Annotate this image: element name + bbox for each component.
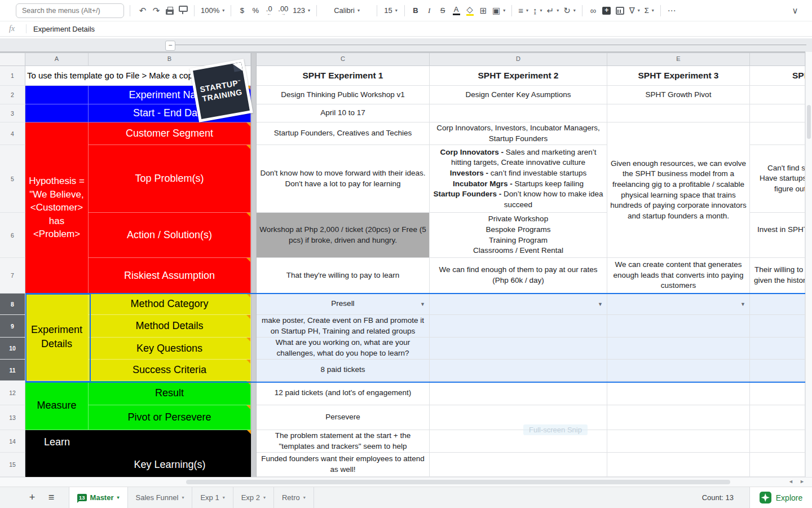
formula-input[interactable]: Experiment Details [33,25,95,33]
cell-A14[interactable]: Learn [25,430,89,477]
format-currency-button[interactable]: $ [235,3,249,18]
cell-F6[interactable]: Invest in SPHTt [750,213,805,258]
cell-C7[interactable]: That they're willing to pay to learn [257,258,430,294]
column-header-E[interactable]: E [607,52,750,66]
cell-C5[interactable]: Don't know how to move forward with thei… [257,145,430,213]
horizontal-align-button[interactable]: ≡▾ [516,3,531,18]
cell-E13[interactable] [607,405,750,430]
all-sheets-button[interactable]: ≡ [42,487,61,508]
data-validation-dropdown-icon[interactable]: ▼ [740,300,745,307]
cell-C4[interactable]: Startup Founders, Creatives and Techies [257,122,430,145]
cell-C13[interactable]: Persevere [257,405,430,430]
sheet-tab-menu-icon[interactable]: ▾ [263,495,266,500]
cell-C11[interactable]: 8 paid tickets [257,360,430,381]
cell-E10[interactable] [607,338,750,360]
cell-B6[interactable]: Action / Solution(s) [89,213,251,258]
cell-F2[interactable] [750,86,805,104]
cell-D10[interactable] [430,338,607,360]
row-header-4[interactable]: 4 [0,122,25,145]
vertical-scrollbar[interactable] [805,52,812,477]
cell-F5[interactable]: Can't find sHave startupsfigure out [750,145,805,213]
horizontal-scrollbar[interactable]: ◄ ► [0,477,812,487]
vertical-scrollbar-thumb[interactable] [807,105,811,139]
column-header-A[interactable]: A [25,52,89,66]
row-header-11[interactable]: 11 [0,360,25,381]
row-header-8[interactable]: 8 [0,294,25,315]
sheet-tab-sales-funnel[interactable]: Sales Funnel▾ [127,487,192,508]
cell-C3[interactable]: April 10 to 17 [257,104,430,122]
cell-D6[interactable]: Private WorkshopBespoke ProgramsTraining… [430,213,607,258]
bold-button[interactable]: B [409,3,422,18]
sheet-tab-exp-1[interactable]: Exp 1▾ [192,487,232,508]
cell-D4[interactable]: Corp Innovators, Investors, Incubator Ma… [430,122,607,145]
cell-E4[interactable]: Given enough resources, we can evolve th… [607,122,750,258]
scroll-right-icon[interactable]: ► [800,479,805,484]
undo-button[interactable]: ↶ [136,3,149,18]
cell-E14[interactable] [607,430,750,453]
cell-A3[interactable] [25,104,89,122]
cell-F14[interactable] [750,430,805,453]
insert-link-button[interactable]: ∞ [586,3,600,18]
paint-format-button[interactable] [176,3,190,18]
cell-C2[interactable]: Design Thinking Public Workshop v1 [257,86,430,104]
cell-E9[interactable] [607,315,750,338]
cell-B10[interactable]: Key Questions [89,338,251,360]
collapse-toolbar-button[interactable]: ∨ [786,3,804,18]
print-button[interactable] [163,3,176,18]
decrease-decimal-button[interactable]: .0← [262,3,276,18]
row-header-10[interactable]: 10 [0,338,25,360]
cell-F12[interactable] [750,381,805,405]
search-menus-input[interactable] [16,3,124,18]
count-status[interactable]: Count: 13 [702,487,734,508]
cell-E3[interactable] [607,104,750,122]
cell-B8[interactable]: Method Category [89,294,251,315]
cell-E12[interactable] [607,381,750,405]
data-validation-dropdown-icon[interactable]: ▼ [420,300,425,307]
cell-C6[interactable]: Workshop at Php 2,000 / ticket (20pcs) o… [257,213,430,258]
frozen-column-divider[interactable] [251,52,257,477]
sheet-tab-exp-2[interactable]: Exp 2▾ [233,487,273,508]
cell-D3[interactable] [430,104,607,122]
strikethrough-button[interactable]: S [436,3,449,18]
column-header-C[interactable]: C [257,52,430,66]
cell-B9[interactable]: Method Details [89,315,251,338]
cell-C9[interactable]: make poster, Create event on FB and prom… [257,315,430,338]
cell-D14[interactable] [430,430,607,453]
row-header-1[interactable]: 1 [0,66,25,86]
add-sheet-button[interactable]: + [23,487,42,508]
cell-B5[interactable]: Top Problem(s) [89,145,251,213]
cell-F1[interactable]: SPH [750,66,805,86]
cell-C15[interactable]: Funded founders want their employees to … [257,453,430,477]
number-format-button[interactable]: 123▾ [290,3,312,18]
frozen-row-divider[interactable] [0,51,805,53]
cell-C1[interactable]: SPHT Experiment 1 [257,66,430,86]
column-header-F[interactable] [750,52,805,66]
cell-D13[interactable] [430,405,607,430]
cell-D5[interactable]: Corp Innovators - Sales and marketing ar… [430,145,607,213]
row-header-9[interactable]: 9 [0,315,25,338]
row-header-5[interactable]: 5 [0,145,25,213]
row-header-13[interactable]: 13 [0,405,25,430]
zoom-button[interactable]: 100%▾ [198,3,227,18]
row-header-6[interactable]: 6 [0,213,25,258]
cell-B7[interactable]: Riskiest Assumption [89,258,251,294]
cell-B11[interactable]: Success Criteria [89,360,251,381]
row-header-14[interactable]: 14 [0,430,25,453]
cell-D2[interactable]: Design Center Key Asumptions [430,86,607,104]
font-family-button[interactable]: Calibri▾ [321,3,373,18]
column-header-D[interactable]: D [430,52,607,66]
text-rotation-button[interactable]: ↻▾ [561,3,578,18]
cell-C10[interactable]: What are you working on, what are your c… [257,338,430,360]
cell-D1[interactable]: SPHT Experiment 2 [430,66,607,86]
explore-button[interactable]: Explore [749,487,812,508]
cell-A4[interactable]: Hypothesis = "We Believe, <Customer> has… [25,122,89,294]
vertical-align-button[interactable]: ↨▾ [531,3,545,18]
text-wrap-button[interactable]: ↵▾ [545,3,562,18]
cell-D11[interactable] [430,360,607,381]
row-header-7[interactable]: 7 [0,258,25,294]
cell-F9[interactable] [750,315,805,338]
cell-F11[interactable] [750,360,805,381]
row-header-15[interactable]: 15 [0,453,25,477]
cell-C8[interactable]: Presell▼ [257,294,430,315]
cell-D15[interactable] [430,453,607,477]
